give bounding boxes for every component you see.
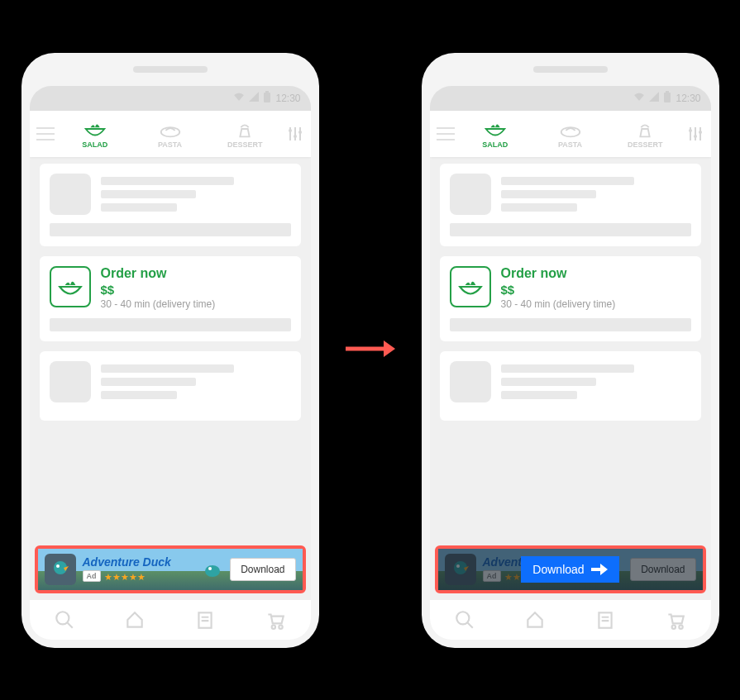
placeholder-line [101,391,177,399]
hamburger-menu-icon[interactable] [36,127,55,140]
salad-bowl-icon [56,275,84,298]
tab-dessert-label: DESSERT [227,140,263,149]
pasta-icon [558,119,583,139]
svg-rect-0 [264,93,270,102]
status-bar: 12:30 [430,86,711,111]
status-time: 12:30 [275,93,300,104]
svg-point-33 [456,612,469,624]
tab-salad-label: SALAD [82,140,107,149]
ad-overlay-download-button[interactable]: Download [521,556,618,583]
ad-app-icon [45,554,76,585]
svg-point-13 [56,612,69,624]
tab-salad[interactable]: SALAD [461,119,530,149]
tab-dessert[interactable]: DESSERT [211,119,279,149]
featured-title: Order now [101,266,291,281]
list-item[interactable] [40,351,301,421]
svg-point-29 [699,131,702,134]
placeholder-line [501,391,577,399]
svg-point-6 [289,129,292,132]
salad-bowl-icon [456,275,485,298]
placeholder-line [501,177,634,185]
item-thumbnail [50,174,91,215]
dessert-icon [232,119,257,139]
battery-icon [663,91,671,105]
orders-icon[interactable] [194,609,216,631]
list-item[interactable] [40,164,301,246]
svg-point-27 [689,129,692,132]
featured-card[interactable]: Order now $$ 30 - 40 min (delivery time) [440,256,701,341]
svg-point-8 [298,131,302,134]
ad-rating-stars: ★★★★★ [104,569,146,583]
ad-overlay-label: Download [532,563,584,576]
svg-point-7 [294,135,297,138]
filter-sliders-icon[interactable] [686,125,704,143]
tab-dessert-label: DESSERT [628,140,663,149]
phone-speaker [133,66,208,73]
svg-rect-22 [666,91,669,93]
featured-card[interactable]: Order now $$ 30 - 40 min (delivery time) [40,256,301,341]
content-scroll[interactable]: Order now $$ 30 - 40 min (delivery time) [30,157,311,545]
category-tab-bar: SALAD PASTA DESSERT [30,111,311,157]
category-tab-bar: SALAD PASTA DESSERT [430,111,711,157]
cart-icon[interactable] [665,609,686,631]
ad-overlay: Download [438,549,703,590]
ad-banner[interactable]: Adventure Duck Ad ★★★★★ Download [38,549,303,590]
cellular-icon [649,92,659,104]
tab-pasta[interactable]: PASTA [136,119,204,149]
content-scroll[interactable]: Order now $$ 30 - 40 min (delivery time) [430,157,711,545]
ad-app-title: Adventure Duck [83,555,196,569]
placeholder-line [501,190,596,198]
cart-icon[interactable] [265,609,286,631]
pasta-icon [158,119,183,139]
phone-speaker [533,66,608,73]
featured-thumbnail [450,266,491,307]
ad-badge: Ad [83,570,101,582]
item-thumbnail [450,361,491,402]
ad-banner[interactable]: Adventure Duck Ad ★★★★★ Download Downloa… [438,549,703,590]
tab-pasta-label: PASTA [558,140,582,149]
phone-mockup-before: 12:30 SALAD PASTA DESSERT [21,53,319,648]
svg-line-34 [467,622,473,628]
hamburger-menu-icon[interactable] [437,127,455,140]
filter-sliders-icon[interactable] [286,125,304,143]
orders-icon[interactable] [594,609,616,631]
search-icon[interactable] [54,609,75,631]
home-icon[interactable] [124,609,146,631]
home-icon[interactable] [524,609,546,631]
search-icon[interactable] [454,609,475,631]
svg-line-14 [67,622,73,628]
phone-screen: 12:30 SALAD PASTA DESSERT [430,86,711,640]
placeholder-line [101,203,177,212]
featured-price: $$ [501,283,691,297]
ad-highlight-box: Adventure Duck Ad ★★★★★ Download [35,545,306,593]
featured-price: $$ [101,283,291,297]
arrow-right-icon [591,564,608,575]
placeholder-line [101,364,234,373]
salad-icon [83,119,107,139]
ad-download-button[interactable]: Download [230,558,295,581]
dessert-icon [633,119,657,139]
featured-thumbnail [50,266,91,307]
tab-dessert[interactable]: DESSERT [611,119,680,149]
transition-arrow-icon [344,339,397,362]
svg-point-28 [694,135,697,138]
tab-salad-label: SALAD [482,140,508,149]
placeholder-line [101,190,196,198]
tab-salad[interactable]: SALAD [61,119,130,149]
wifi-icon [633,92,645,104]
status-time: 12:30 [676,93,700,104]
placeholder-line [501,378,596,386]
tab-pasta[interactable]: PASTA [536,119,604,149]
featured-subtitle: 30 - 40 min (delivery time) [101,298,291,310]
ad-highlight-box: Adventure Duck Ad ★★★★★ Download Downloa… [435,545,706,593]
salad-icon [483,119,508,139]
list-item[interactable] [440,164,701,246]
placeholder-line [50,318,291,331]
svg-point-19 [279,625,282,628]
diagram-stage: 12:30 SALAD PASTA DESSERT [21,53,719,648]
list-item[interactable] [440,351,701,421]
svg-point-11 [205,565,220,577]
status-bar: 12:30 [30,86,311,111]
bottom-nav [430,600,711,640]
tab-pasta-label: PASTA [158,140,182,149]
